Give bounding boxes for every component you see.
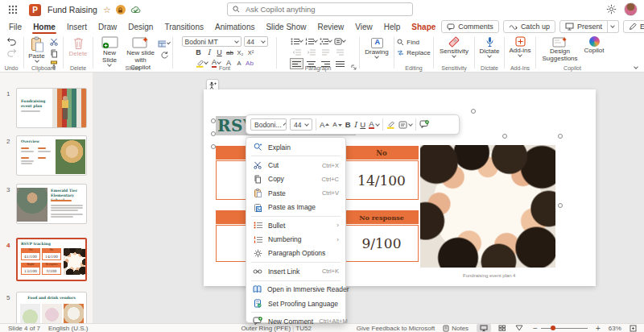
rotation-handle[interactable] — [471, 109, 476, 114]
tab-file[interactable]: File — [3, 19, 27, 34]
menu-item-explain[interactable]: Explain — [246, 140, 345, 154]
strikethrough-button[interactable]: ab — [226, 49, 234, 56]
zoom-out-button[interactable]: − — [533, 324, 538, 332]
slide-show-button[interactable] — [512, 324, 526, 332]
menu-item-insert-link[interactable]: Insert LinkCtrl+K — [246, 264, 345, 278]
tab-slide-show[interactable]: Slide Show — [260, 19, 312, 34]
bold-button[interactable]: B — [195, 48, 203, 56]
zoom-slider-knob[interactable] — [551, 326, 555, 330]
increase-indent-button[interactable] — [305, 48, 317, 57]
delete-button[interactable]: Delete — [67, 36, 89, 58]
collapse-ribbon-chevron[interactable] — [634, 64, 638, 69]
selection-handle[interactable] — [558, 134, 563, 139]
settings-gear-icon[interactable] — [606, 4, 617, 15]
numbering-button[interactable] — [305, 36, 317, 46]
normal-view-button[interactable] — [477, 324, 491, 332]
sensitivity-label-icon[interactable] — [116, 5, 126, 15]
menu-item-copy[interactable]: CopyCtrl+C — [246, 172, 345, 186]
cut-button[interactable] — [48, 37, 60, 47]
tab-shape-contextual[interactable]: Shape — [406, 19, 441, 34]
italic-button[interactable]: I — [205, 48, 213, 56]
slide-thumbnail-2[interactable]: Overview — [16, 135, 87, 176]
right-to-left-button[interactable] — [334, 48, 346, 57]
addins-button[interactable]: Add-ins — [507, 36, 532, 56]
redo-button[interactable] — [6, 48, 18, 57]
slide-thumbnail-4-selected[interactable]: RSVP tracking Yes No 41/100 14/100 Maybe… — [16, 238, 87, 281]
menu-item-paragraph-options[interactable]: Paragraph Options — [246, 247, 345, 260]
tab-review[interactable]: Review — [312, 19, 349, 34]
replace-button[interactable]: Replace — [397, 49, 430, 56]
layout-button[interactable] — [158, 39, 170, 48]
selection-handle[interactable] — [211, 131, 216, 136]
fit-to-window-button[interactable] — [630, 325, 637, 332]
font-name-select[interactable]: Bodoni MT — [182, 36, 242, 47]
selection-handle[interactable] — [211, 118, 216, 123]
slide-counter[interactable]: Slide 4 of 7 — [8, 325, 40, 332]
new-slide-button[interactable]: New Slide — [96, 36, 123, 66]
selection-handle[interactable] — [502, 134, 507, 139]
copilot-button[interactable]: Copilot — [583, 36, 606, 55]
left-to-right-button[interactable] — [320, 48, 332, 57]
menu-item-paste-as-image[interactable]: Paste as Image — [246, 201, 345, 214]
sensitivity-button[interactable]: Sensitivity — [438, 36, 470, 57]
tab-view[interactable]: View — [349, 19, 378, 34]
paragraph-dialog-launcher[interactable] — [351, 64, 357, 70]
editing-mode-button[interactable]: Editing — [623, 20, 644, 33]
mini-italic-button[interactable]: I — [354, 120, 357, 129]
tab-draw[interactable]: Draw — [93, 19, 122, 34]
slide-sorter-view-button[interactable] — [494, 324, 509, 332]
subscript-button[interactable]: X₂ — [237, 49, 245, 56]
mini-format-options-button[interactable] — [398, 121, 412, 129]
slide-thumbnail-5[interactable]: Food and drink vendors — [16, 292, 87, 323]
tab-home[interactable]: Home — [27, 19, 61, 34]
mini-font-name-select[interactable]: Bodoni... — [250, 118, 287, 131]
saved-cloud-icon[interactable] — [130, 6, 142, 14]
reset-button[interactable] — [158, 50, 170, 60]
slide-thumbnail-1[interactable]: Fundraising event plan — [16, 88, 87, 128]
menu-item-immersive-reader[interactable]: Open in Immersive Reader — [246, 283, 345, 297]
search-input[interactable] — [244, 4, 407, 15]
present-dropdown[interactable] — [608, 20, 619, 33]
table-header-no[interactable]: No — [345, 146, 419, 160]
mini-font-size-select[interactable]: 44 — [290, 118, 312, 131]
font-size-select[interactable]: 44 — [244, 36, 268, 47]
table-header-no-response[interactable]: No response — [345, 210, 419, 224]
underline-button[interactable]: U — [216, 48, 224, 56]
selection-handle[interactable] — [558, 203, 563, 208]
menu-item-bullet[interactable]: Bullet› — [246, 218, 345, 232]
present-button[interactable]: Present — [559, 20, 608, 33]
document-title[interactable]: Fund Raising — [47, 5, 97, 15]
powerpoint-logo-icon[interactable]: P — [29, 4, 41, 16]
notes-button[interactable]: Notes — [443, 325, 469, 332]
paste-button[interactable]: Paste — [27, 36, 46, 62]
tab-design[interactable]: Design — [122, 19, 159, 34]
copy-button[interactable] — [48, 48, 60, 58]
design-suggestions-button[interactable]: Design Suggestions — [539, 36, 581, 63]
menu-item-set-proofing-language[interactable]: Set Proofing Language — [246, 297, 345, 310]
slide-thumbnail-3[interactable]: Emerald Tier Elementary School — [16, 184, 87, 224]
catch-up-button[interactable]: Catch up — [503, 20, 555, 33]
menu-item-cut[interactable]: CutCtrl+X — [246, 158, 345, 172]
favorite-star-icon[interactable]: ☆ — [103, 6, 111, 15]
tab-animations[interactable]: Animations — [209, 19, 260, 34]
multilevel-list-button[interactable] — [320, 36, 332, 46]
zoom-in-button[interactable]: + — [596, 324, 601, 332]
language-indicator[interactable]: English (U.S.) — [48, 325, 88, 332]
bullets-button[interactable] — [291, 36, 303, 46]
find-button[interactable]: Find — [397, 39, 419, 46]
menu-item-new-comment[interactable]: New CommentCtrl+Alt+M — [246, 314, 345, 328]
superscript-button[interactable]: X² — [247, 49, 255, 56]
mini-font-color-button[interactable]: A — [369, 120, 378, 130]
mini-bold-button[interactable]: B — [345, 120, 351, 129]
mini-underline-button[interactable]: U — [360, 120, 365, 129]
comments-button[interactable]: Comments — [441, 20, 499, 33]
menu-item-numbering[interactable]: Numbering› — [246, 232, 345, 246]
mini-shrink-font-button[interactable]: A — [332, 121, 341, 128]
dictate-button[interactable]: Dictate — [478, 36, 502, 57]
tab-transitions[interactable]: Transitions — [159, 19, 209, 34]
text-direction-button[interactable] — [334, 36, 346, 46]
search-box[interactable] — [227, 2, 413, 16]
drawing-button[interactable]: Drawing — [363, 38, 390, 58]
mini-grow-font-button[interactable]: A — [320, 120, 329, 129]
tab-help[interactable]: Help — [378, 19, 407, 34]
